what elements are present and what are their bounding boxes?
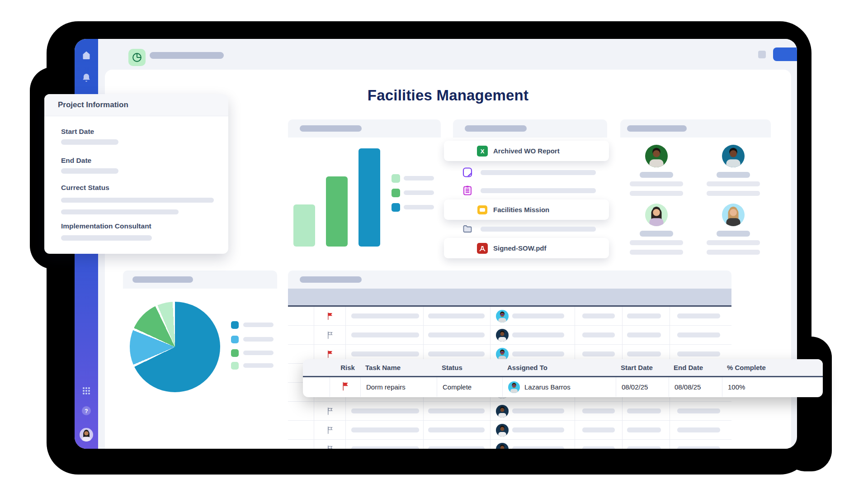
file-name-placeholder [481,170,596,175]
file-card-pdf[interactable]: Signed-SOW.pdf [444,238,609,258]
cell-placeholder [582,351,615,356]
folder-icon [462,223,473,234]
popup-header-end-date: End Date [669,364,722,371]
placeholder-cell [623,307,670,325]
user-avatar[interactable] [80,428,93,442]
cell-placeholder [677,332,720,337]
primary-action-button[interactable] [773,47,797,61]
popup-header-risk: Risk [330,364,361,371]
cell-placeholder [627,427,661,432]
cell-placeholder [512,313,564,318]
topbar [98,39,797,70]
cell-placeholder [677,351,720,356]
file-label: Archived WO Report [493,147,560,155]
field-value-placeholder [61,198,214,203]
empty-cell [288,402,314,420]
placeholder-cell [575,307,623,325]
file-row-clipboard[interactable] [453,185,607,196]
popup-cell-end-date[interactable]: 08/08/25 [669,377,722,397]
popup-cell-assigned-to[interactable]: Lazarus Barros [503,377,616,397]
person-detail-placeholder [707,181,760,186]
placeholder-cell [670,326,731,344]
popup-cell-percent-complete[interactable]: 100% [722,377,823,397]
slides-file-icon [477,204,488,215]
gray-flag-icon [327,331,333,339]
panel-title-placeholder [300,276,362,283]
person-detail-placeholder [630,181,683,186]
field-value-placeholder [61,168,118,174]
cell-placeholder [677,427,720,432]
files-panel: X Archived WO Report [453,119,607,261]
popup-header-percent-complete: % Complete [722,364,823,371]
placeholder-cell [670,440,731,449]
cell-placeholder [582,313,615,318]
popup-cell-risk[interactable] [330,377,361,397]
person-avatar [722,204,745,226]
person-name-placeholder [717,172,750,178]
table-row[interactable] [288,402,731,421]
cell-placeholder [428,408,485,413]
red-flag-icon [342,382,349,392]
task-row-popup[interactable]: Risk Task Name Status Assigned To Start … [303,359,823,397]
placeholder-cell [424,326,491,344]
person-detail-placeholder [630,250,683,255]
popup-cell-status[interactable]: Complete [437,377,503,397]
cell-placeholder [677,446,720,449]
pie-chart-legend [123,271,277,396]
file-row-note[interactable] [453,167,607,178]
table-row[interactable] [288,421,731,440]
cell-placeholder [582,427,615,432]
legend-label-placeholder [243,337,274,342]
apps-grid-icon[interactable] [80,385,93,397]
legend-swatch [392,203,400,212]
popup-task-row[interactable]: Dorm repairs Complete Lazarus Barros 08/… [303,377,823,397]
empty-cell [288,307,314,325]
panel-title-placeholder [465,125,527,132]
pdf-file-icon [477,243,488,254]
person-detail-placeholder [630,191,683,196]
risk-flag-cell [314,326,346,344]
table-row[interactable] [288,440,731,449]
table-row[interactable] [288,326,731,345]
file-row-folder[interactable] [453,223,607,234]
legend-label-placeholder [404,176,434,180]
screenshot-stage: ? Facilities Management [0,0,868,489]
person-detail-placeholder [707,250,760,255]
assignee-avatar [496,405,509,418]
file-name-placeholder [481,188,596,193]
cell-placeholder [351,427,419,432]
pie-chart-app-icon[interactable] [128,49,146,66]
popup-header-spacer [303,359,330,376]
pie-chart-panel [123,271,277,396]
home-icon[interactable] [80,49,93,62]
field-value-placeholder [61,209,179,214]
assignee-avatar [496,348,509,361]
field-label-current-status: Currect Status [61,184,109,192]
bell-icon[interactable] [80,71,93,84]
project-information-card: Project Information Start Date End Date … [44,94,228,254]
field-label-end-date: End Date [61,157,91,165]
placeholder-cell [575,440,623,449]
placeholder-cell [346,326,424,344]
legend-label-placeholder [243,323,274,327]
placeholder-cell [346,402,424,420]
popup-cell-start-date[interactable]: 08/02/25 [616,377,669,397]
cell-placeholder [512,427,564,432]
cell-placeholder [351,313,419,318]
file-label: Facilities Mission [493,206,549,214]
table-row[interactable] [288,307,731,326]
topbar-secondary-control[interactable] [758,51,766,58]
assigned-to-cell [491,402,575,420]
cell-placeholder [351,446,419,449]
file-card-slides[interactable]: Facilities Mission [444,199,609,220]
cell-placeholder [428,446,485,449]
empty-cell [288,440,314,449]
red-flag-icon [327,312,333,320]
popup-cell-task-name[interactable]: Dorm repairs [361,377,437,397]
placeholder-cell [424,440,491,449]
help-icon[interactable]: ? [80,404,93,417]
placeholder-cell [346,421,424,439]
note-file-icon [462,167,473,178]
file-card-excel[interactable]: X Archived WO Report [444,141,609,161]
cell-placeholder [627,446,661,449]
